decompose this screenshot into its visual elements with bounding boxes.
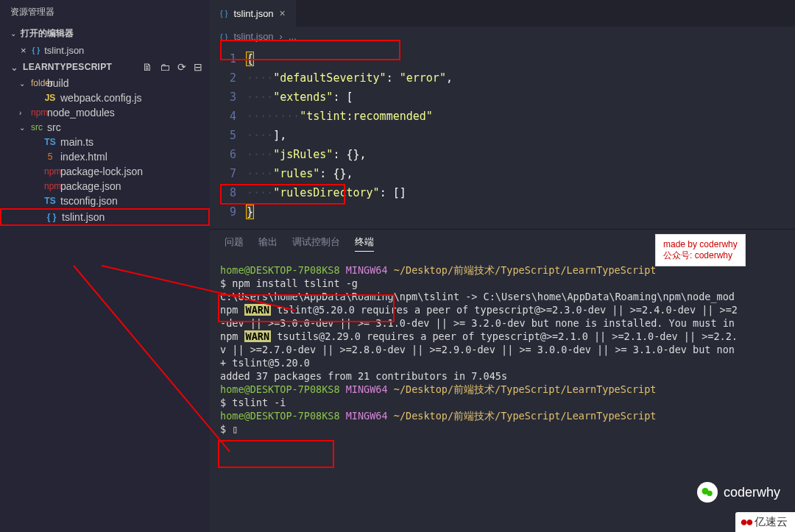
code-editor[interactable]: 123456789 {····"defaultSeverity": "error… — [210, 46, 795, 229]
breadcrumb-more: ... — [289, 31, 297, 42]
tree-label: index.html — [60, 151, 107, 163]
tslint-icon: { } — [32, 46, 40, 54]
breadcrumb-sep: › — [280, 31, 283, 42]
file-icon: npm — [44, 166, 56, 177]
panel-tab[interactable]: 终端 — [355, 235, 374, 252]
file-icon: { } — [46, 212, 57, 222]
code-content[interactable]: {····"defaultSeverity": "error",····"ext… — [247, 49, 795, 221]
tree-label: build — [47, 77, 69, 89]
tree-label: package-lock.json — [60, 166, 143, 177]
file-icon: npm — [31, 107, 43, 118]
tslint-icon: { } — [220, 32, 227, 41]
annotation-callout: made by coderwhy 公众号: coderwhy — [655, 234, 746, 266]
tree-label: tslint.json — [62, 211, 105, 223]
tree-label: node_modules — [47, 107, 115, 118]
new-folder-icon[interactable]: 🗀 — [160, 61, 170, 73]
svg-point-1 — [707, 491, 713, 497]
tree-item[interactable]: JSwebpack.config.js — [0, 91, 210, 105]
refresh-icon[interactable]: ⟳ — [177, 61, 186, 73]
tree-item[interactable]: ⌄srcsrc — [0, 120, 210, 135]
tree-label: src — [47, 121, 61, 133]
tab-label: tslint.json — [233, 8, 273, 19]
open-editors-section[interactable]: ⌄ 打开的编辑器 — [0, 24, 210, 43]
new-file-icon[interactable]: 🗎 — [142, 61, 152, 73]
file-icon: 5 — [44, 152, 56, 162]
tree-label: package.json — [60, 180, 121, 192]
tree-item[interactable]: TStsconfig.json — [0, 194, 210, 208]
chevron-icon: › — [19, 109, 26, 117]
tree-label: tsconfig.json — [60, 195, 118, 207]
explorer-title: 资源管理器 — [0, 0, 210, 24]
file-icon: TS — [44, 196, 56, 206]
file-icon: src — [31, 122, 43, 132]
tree-item[interactable]: ⌄folderbuild — [0, 76, 210, 91]
line-gutter: 123456789 — [210, 49, 247, 221]
tslint-icon: { } — [220, 9, 227, 18]
file-icon: JS — [44, 93, 56, 103]
tree-label: main.ts — [60, 136, 93, 148]
file-tree: ⌄folderbuildJSwebpack.config.js›npmnode_… — [0, 76, 210, 226]
explorer-sidebar: 资源管理器 ⌄ 打开的编辑器 × { } tslint.json ⌄ LEARN… — [0, 0, 210, 532]
collapse-icon[interactable]: ⊟ — [194, 61, 202, 73]
tree-item[interactable]: 5index.html — [0, 149, 210, 164]
watermark-yisu: ●● 亿速云 — [735, 512, 795, 532]
project-name: LEARNTYPESCRIPT — [23, 62, 112, 72]
panel-tab[interactable]: 问题 — [225, 235, 244, 252]
breadcrumb-file: tslint.json — [233, 31, 273, 42]
chevron-down-icon: ⌄ — [10, 29, 16, 38]
tree-item[interactable]: npmpackage-lock.json — [0, 164, 210, 179]
panel-tab[interactable]: 调试控制台 — [292, 235, 340, 252]
close-icon[interactable]: × — [21, 45, 26, 56]
panel-tab[interactable]: 输出 — [258, 235, 278, 252]
tree-label: webpack.config.js — [60, 92, 142, 104]
tab-tslint[interactable]: { } tslint.json × — [210, 0, 296, 26]
project-header[interactable]: ⌄ LEARNTYPESCRIPT 🗎 🗀 ⟳ ⊟ — [0, 58, 210, 76]
chevron-down-icon: ⌄ — [10, 62, 18, 73]
tree-item[interactable]: TSmain.ts — [0, 135, 210, 149]
tab-bar: { } tslint.json × — [210, 0, 795, 26]
wechat-icon — [697, 482, 718, 503]
logo-icon: ●● — [740, 514, 752, 530]
tree-item[interactable]: npmpackage.json — [0, 179, 210, 194]
editor-area: { } tslint.json × { } tslint.json › ... … — [210, 0, 795, 532]
file-icon: folder — [31, 78, 43, 88]
file-icon: npm — [44, 181, 56, 191]
file-icon: TS — [44, 137, 56, 147]
close-icon[interactable]: × — [280, 7, 286, 19]
watermark-coderwhy: coderwhy — [697, 482, 780, 503]
tree-item[interactable]: { }tslint.json — [0, 208, 210, 226]
chevron-icon: ⌄ — [19, 124, 26, 132]
open-editor-label: tslint.json — [44, 45, 84, 56]
tree-item[interactable]: ›npmnode_modules — [0, 105, 210, 120]
breadcrumb[interactable]: { } tslint.json › ... — [210, 26, 795, 46]
open-editor-item[interactable]: × { } tslint.json — [0, 43, 210, 58]
chevron-icon: ⌄ — [19, 79, 26, 88]
